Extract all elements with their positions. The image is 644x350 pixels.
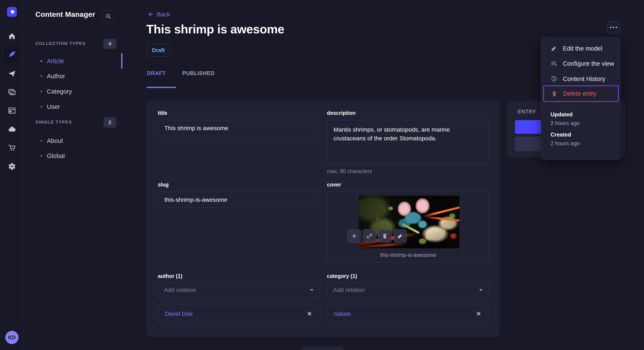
home-icon[interactable] [4,28,20,44]
search-icon [105,13,112,19]
bullet-icon [40,60,42,62]
sidebar-item-category[interactable]: Category [40,85,117,98]
arrow-left-icon [147,11,154,18]
more-actions-menu: Edit the model Configure the view Conten… [541,37,620,160]
sidebar-item-article[interactable]: Article [40,54,117,68]
remove-relation-icon[interactable]: ✕ [306,310,313,318]
subnav-title: Content Manager [35,10,95,18]
bullet-icon [40,106,42,108]
title-input[interactable] [158,120,320,136]
section-collection-types: COLLECTION TYPES [35,41,86,46]
created-label: Created [550,131,571,138]
category-relation-item: nature ✕ [327,305,489,323]
single-types-count: 2 [104,117,116,128]
settings-gear-icon[interactable] [4,159,20,174]
add-media-icon[interactable] [348,229,361,243]
status-badge: Draft [147,44,170,57]
category-field-label: category (1) [327,273,357,279]
sidebar-item-author[interactable]: Author [40,69,117,83]
category-add-relation-combobox[interactable]: Add relation [327,282,489,298]
collapsed-bottom-button[interactable] [301,347,346,350]
trash-icon [551,91,558,97]
back-link[interactable]: Back [147,11,170,18]
description-field-label: description [327,110,356,116]
entry-panel-label: ENTRY [518,109,536,115]
updated-value: 2 hours ago [550,120,580,127]
dot [610,27,612,28]
sidebar-item-user[interactable]: User [40,100,117,114]
strapi-admin-app: KD Content Manager COLLECTION TYPES 4 Ar… [0,0,644,350]
history-icon [550,75,557,82]
dot [616,27,617,28]
media-library-icon[interactable] [4,84,20,100]
rail-divider [0,25,24,26]
relation-link[interactable]: nature [334,311,351,317]
edit-form-panel: title description Mantis shrimps, or sto… [147,101,500,337]
description-textarea[interactable]: Mantis shrimps, or stomatopods, are mari… [327,120,489,164]
copy-link-icon[interactable] [363,229,376,243]
author-relation-item: David Doe ✕ [158,305,320,323]
page-title: This shrimp is awesome [146,22,284,36]
more-actions-button[interactable] [607,21,620,34]
rail-bottom-divider [0,328,24,328]
strapi-logo[interactable] [7,7,17,17]
configure-list-icon [550,60,557,67]
relation-link[interactable]: David Doe [165,311,193,317]
delete-media-icon[interactable] [378,229,392,243]
collection-types-count: 4 [104,39,116,49]
chevron-down-icon [310,289,314,292]
slug-field-label: slug [158,181,169,188]
updated-label: Updated [550,111,573,118]
feather-icon[interactable] [4,47,20,62]
cloud-icon[interactable] [4,122,20,137]
description-helper: max. 80 characters [327,168,372,174]
dot [613,27,614,28]
sidebar-item-about[interactable]: About [40,134,117,148]
remove-relation-icon[interactable]: ✕ [475,310,482,318]
menu-item-edit-model[interactable]: Edit the model [543,42,619,55]
menu-item-configure-view[interactable]: Configure the view [543,57,619,70]
section-single-types: SINGLE TYPES [35,120,72,125]
subnav-divider [35,35,46,35]
main-nav-rail: KD [0,0,24,350]
title-field-label: title [158,110,167,116]
bullet-icon [40,155,42,157]
bullet-icon [40,75,42,77]
slug-input[interactable] [158,191,320,208]
author-add-relation-combobox[interactable]: Add relation [158,282,320,298]
tab-published[interactable]: PUBLISHED [182,70,215,76]
chevron-down-icon [479,289,483,292]
bullet-icon [40,91,42,92]
active-tab-underline [146,87,176,88]
cover-field: this-shrimp-is-awesome [327,191,489,262]
author-field-label: author (1) [158,273,182,279]
tab-draft[interactable]: DRAFT [147,70,166,76]
user-avatar[interactable]: KD [5,331,18,344]
edit-media-icon[interactable] [394,229,407,243]
pencil-icon [550,45,557,52]
menu-item-delete-entry[interactable]: Delete entry [543,85,619,102]
active-item-indicator [121,53,122,69]
content-type-builder-icon[interactable] [4,103,20,118]
created-value: 2 hours ago [550,140,580,147]
marketplace-cart-icon[interactable] [4,140,20,156]
sidebar-item-global[interactable]: Global [40,149,117,163]
menu-item-content-history[interactable]: Content History [543,72,619,85]
cover-actions [348,229,407,243]
bullet-icon [40,140,42,142]
cover-caption: this-shrimp-is-awesome [327,252,490,258]
search-button[interactable] [102,10,115,23]
paper-plane-icon[interactable] [4,66,20,81]
content-manager-subnav: Content Manager COLLECTION TYPES 4 Artic… [24,0,123,350]
cover-field-label: cover [327,181,341,188]
